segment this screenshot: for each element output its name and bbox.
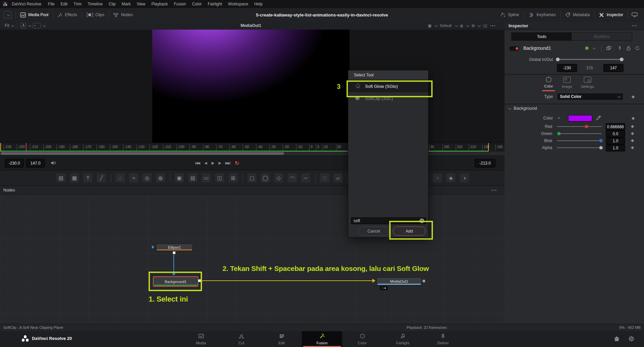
- current-frame-field[interactable]: -213.0: [475, 159, 495, 168]
- spline-button[interactable]: Spline: [496, 8, 523, 22]
- version-dot-icon[interactable]: [585, 46, 589, 50]
- red-slider-handle[interactable]: [585, 125, 588, 128]
- lut-select[interactable]: Default: [440, 24, 452, 28]
- menu-file[interactable]: File: [45, 0, 57, 8]
- bspline-mask-icon[interactable]: ◠: [288, 173, 297, 182]
- tool-search-input[interactable]: [351, 217, 426, 224]
- paint-icon[interactable]: ╱: [97, 173, 106, 182]
- keyframe-diamond-icon[interactable]: ◆: [631, 138, 634, 143]
- global-in-out-slider[interactable]: [557, 59, 622, 60]
- page-cut[interactable]: Cut: [221, 331, 261, 347]
- stop-button[interactable]: ■: [211, 161, 214, 166]
- node-background1[interactable]: Background1: [153, 276, 198, 287]
- page-fairlight[interactable]: Fairlight: [383, 331, 423, 347]
- eyedropper-icon[interactable]: [596, 115, 601, 120]
- go-to-first-frame-button[interactable]: |◀◀: [195, 161, 200, 165]
- colorcorrector-icon[interactable]: ◎: [143, 173, 152, 182]
- global-in-field[interactable]: -230: [557, 64, 577, 72]
- fastnoise-icon[interactable]: ▩: [70, 173, 79, 182]
- green-slider-handle[interactable]: [557, 132, 561, 135]
- effects-button[interactable]: Effects: [53, 8, 81, 22]
- channel-button[interactable]: ▪: [33, 23, 41, 28]
- copy-settings-icon[interactable]: [606, 46, 612, 51]
- render-in-field[interactable]: -230.0: [5, 159, 24, 168]
- project-home-icon[interactable]: [614, 336, 620, 342]
- tab-modifiers[interactable]: Modifiers: [572, 33, 632, 40]
- tool-item-softclip-3sc-[interactable]: SoftClip (3SC): [348, 92, 428, 104]
- menu-workspace[interactable]: Workspace: [225, 0, 251, 8]
- keyframe-diamond-icon[interactable]: ◆: [631, 145, 634, 150]
- lock-icon[interactable]: [626, 46, 631, 51]
- tracker-icon[interactable]: ∵: [320, 173, 329, 182]
- planar-tracker-icon[interactable]: ▱: [333, 173, 343, 182]
- node-ellipse1[interactable]: Ellipse1: [156, 244, 193, 251]
- transform-icon[interactable]: ▣: [175, 173, 184, 182]
- background-output-connector[interactable]: [198, 279, 201, 282]
- pin-icon[interactable]: [617, 46, 622, 51]
- audio-mute-icon[interactable]: [50, 160, 56, 166]
- step-back-button[interactable]: ◀: [204, 161, 206, 165]
- play-button[interactable]: ▶: [218, 161, 220, 165]
- menu-playback[interactable]: Playback: [148, 0, 171, 8]
- tab-tools[interactable]: Tools: [512, 33, 572, 40]
- settings-gear-icon[interactable]: [628, 336, 635, 342]
- menu-trim[interactable]: Trim: [71, 0, 85, 8]
- magic-wand-mask-icon[interactable]: ∼: [301, 173, 310, 182]
- clear-search-icon[interactable]: ✕: [419, 218, 424, 223]
- page-edit[interactable]: Edit: [261, 331, 302, 347]
- page-deliver[interactable]: Deliver: [423, 331, 463, 347]
- node-enable-toggle[interactable]: [509, 46, 519, 51]
- mediaout-output-connector[interactable]: [422, 279, 426, 283]
- menu-edit[interactable]: Edit: [57, 0, 71, 8]
- blue-slider[interactable]: [557, 140, 602, 141]
- nodes-options-icon[interactable]: •••: [491, 188, 497, 192]
- letterbox-icon[interactable]: ▭: [202, 173, 211, 182]
- keyframes-button[interactable]: Keyframes: [524, 8, 560, 22]
- color-expand-arrow[interactable]: >: [558, 116, 560, 120]
- viewer-options-icon[interactable]: •••: [490, 24, 496, 28]
- guides-grid-icon[interactable]: ⊞: [472, 24, 475, 28]
- timeline-ruler[interactable]: -230-220-210-200-190-180-170-160-150-140…: [0, 143, 505, 151]
- viewer-canvas[interactable]: [152, 30, 350, 143]
- global-out-field[interactable]: 147: [603, 64, 623, 72]
- go-to-last-frame-button[interactable]: ▶▶|: [226, 161, 230, 165]
- dve-icon[interactable]: ▤: [188, 173, 197, 182]
- tab-image[interactable]: Image: [560, 76, 574, 91]
- chevron-down-icon[interactable]: [593, 46, 596, 49]
- background-icon[interactable]: ▧: [56, 173, 66, 182]
- playhead[interactable]: [26, 143, 27, 151]
- text-plus-icon[interactable]: T: [83, 173, 92, 182]
- red-slider[interactable]: [557, 126, 602, 127]
- ellipse-output-connector[interactable]: [172, 251, 176, 254]
- resize-icon[interactable]: ⊞: [229, 173, 238, 182]
- layout-toggle-icon[interactable]: [631, 12, 638, 18]
- menu-help[interactable]: Help: [251, 0, 266, 8]
- rectangle-mask-icon[interactable]: ▢: [247, 173, 256, 182]
- timeline-scrollbar-thumb[interactable]: [1, 152, 284, 155]
- blue-value-field[interactable]: 1.0: [606, 137, 625, 144]
- menu-timeline[interactable]: Timeline: [84, 0, 106, 8]
- menu-fusion[interactable]: Fusion: [171, 0, 189, 8]
- add-button[interactable]: Add: [393, 227, 426, 236]
- viewer-zoom-select[interactable]: Fit: [5, 23, 9, 28]
- ellipse-mask-icon[interactable]: ◯: [261, 173, 270, 182]
- pemitter-icon[interactable]: ∴: [116, 173, 125, 182]
- keyframe-diamond-icon[interactable]: ◆: [631, 131, 634, 136]
- metadata-button[interactable]: Metadata: [561, 8, 594, 22]
- red-value-field[interactable]: 0.666666: [606, 123, 625, 130]
- menu-clip[interactable]: Clip: [106, 0, 119, 8]
- page-color[interactable]: Color: [342, 331, 383, 347]
- page-fusion[interactable]: Fusion: [302, 331, 342, 347]
- panel-dropdown-button[interactable]: [4, 11, 12, 19]
- menu-fairlight[interactable]: Fairlight: [205, 0, 225, 8]
- tool-27-icon[interactable]: ▫: [433, 173, 442, 182]
- polygon-mask-icon[interactable]: ◇: [274, 173, 283, 182]
- cancel-button[interactable]: Cancel: [358, 227, 389, 236]
- menu-davinci-resolve[interactable]: DaVinci Resolve: [11, 0, 44, 8]
- color-swatch[interactable]: [568, 115, 592, 122]
- nodes-button[interactable]: Nodes: [109, 8, 137, 22]
- gain-gamma-button[interactable]: A: [21, 23, 26, 28]
- light-icon[interactable]: ◍: [460, 24, 464, 28]
- menu-view[interactable]: View: [134, 0, 149, 8]
- colorcurves-icon[interactable]: ≈: [129, 173, 138, 182]
